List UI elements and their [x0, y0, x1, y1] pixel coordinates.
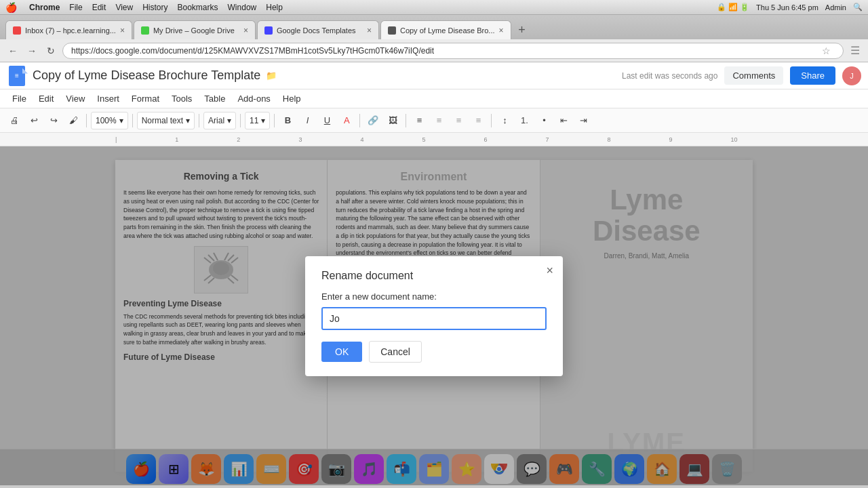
zoom-dropdown[interactable]: 100% ▾: [91, 112, 128, 129]
undo-button[interactable]: ↩: [25, 112, 43, 129]
bold-button[interactable]: B: [279, 112, 296, 129]
tab-3[interactable]: Google Docs Templates ×: [257, 20, 379, 39]
ol-button[interactable]: 1.: [515, 112, 533, 129]
tab-close-3[interactable]: ×: [367, 26, 372, 35]
style-value: Normal text: [142, 116, 183, 125]
menu-history[interactable]: History: [142, 3, 167, 12]
align-right-button[interactable]: ≡: [450, 112, 467, 129]
tab-close-2[interactable]: ×: [243, 26, 248, 35]
autosave-status: Last edit was seconds ago: [622, 71, 717, 81]
ul-button[interactable]: •: [535, 112, 553, 129]
align-justify-button[interactable]: ≡: [469, 112, 487, 129]
gdocs-menubar: File Edit View Insert Format Tools Table…: [0, 89, 868, 108]
menu-tools-docs[interactable]: Tools: [166, 92, 197, 106]
comments-button[interactable]: Comments: [724, 66, 783, 85]
link-button[interactable]: 🔗: [364, 112, 382, 129]
menu-table-docs[interactable]: Table: [199, 92, 231, 106]
gdocs-header: ≡ Copy of Lyme Disease Brochure Template…: [0, 62, 868, 89]
image-button[interactable]: 🖼: [384, 112, 401, 129]
separator-1: [86, 114, 87, 127]
indent-inc-button[interactable]: ⇥: [574, 112, 592, 129]
separator-3: [199, 114, 199, 127]
tab-close-1[interactable]: ×: [120, 26, 125, 35]
modal-close-button[interactable]: ×: [546, 264, 553, 277]
apple-menu[interactable]: 🍎: [5, 2, 17, 13]
tab-4[interactable]: Copy of Lyme Disease Bro... ×: [380, 20, 511, 39]
new-tab-button[interactable]: +: [513, 20, 532, 39]
tab-bar: Inbox (7) – hpc.e.learning... × My Drive…: [0, 15, 868, 39]
browser-menu-icon[interactable]: ☰: [848, 44, 863, 57]
menu-help[interactable]: Help: [266, 3, 283, 12]
bookmark-star-icon[interactable]: ☆: [818, 45, 835, 56]
redo-button[interactable]: ↪: [45, 112, 62, 129]
text-color-button[interactable]: A: [338, 112, 355, 129]
style-dropdown[interactable]: Normal text ▾: [137, 112, 195, 129]
menu-help-docs[interactable]: Help: [277, 92, 307, 106]
separator-4: [240, 114, 241, 127]
modal-cancel-button[interactable]: Cancel: [369, 341, 422, 363]
menu-chrome[interactable]: Chrome: [29, 3, 60, 12]
paint-format-button[interactable]: 🖌: [64, 112, 82, 129]
menu-window[interactable]: Window: [228, 3, 257, 12]
print-button[interactable]: 🖨: [5, 112, 23, 129]
line-spacing-button[interactable]: ↕: [496, 112, 513, 129]
menu-edit[interactable]: Edit: [92, 3, 106, 12]
modal-input[interactable]: [321, 307, 547, 330]
mac-topbar-right: 🔒 📶 🔋 Thu 5 Jun 6:45 pm Admin 🔍: [717, 3, 863, 12]
url-input[interactable]: https://docs.google.com/document/d/125KM…: [62, 43, 844, 59]
folder-icon[interactable]: 📁: [266, 70, 277, 81]
tab-favicon-3: [264, 26, 273, 35]
menu-bookmarks[interactable]: Bookmarks: [178, 3, 218, 12]
menu-view-docs[interactable]: View: [60, 92, 90, 106]
style-chevron: ▾: [186, 116, 190, 125]
align-center-button[interactable]: ≡: [430, 112, 448, 129]
gdocs-header-right: Last edit was seconds ago Comments Share…: [611, 66, 861, 85]
modal-ok-button[interactable]: OK: [321, 342, 362, 362]
tab-2[interactable]: My Drive – Google Drive ×: [134, 20, 256, 39]
size-chevron: ▾: [261, 116, 265, 125]
gdocs-container: ≡ Copy of Lyme Disease Brochure Template…: [0, 62, 868, 485]
underline-button[interactable]: U: [318, 112, 336, 129]
forward-button[interactable]: →: [24, 43, 39, 58]
mac-topbar: 🍎 Chrome File Edit View History Bookmark…: [0, 0, 868, 15]
italic-button[interactable]: I: [298, 112, 316, 129]
tab-title-1: Inbox (7) – hpc.e.learning...: [25, 26, 116, 35]
menu-insert-docs[interactable]: Insert: [92, 92, 125, 106]
modal-buttons: OK Cancel: [321, 341, 547, 363]
tab-favicon-4: [388, 26, 396, 35]
system-icons: 🔒 📶 🔋: [717, 3, 749, 12]
ruler: | 1 2 3 4 5 6 7 8 9 10: [0, 133, 868, 146]
url-text: https://docs.google.com/document/d/125KM…: [71, 46, 434, 56]
menu-view[interactable]: View: [115, 3, 133, 12]
font-chevron: ▾: [227, 116, 231, 125]
font-dropdown[interactable]: Arial ▾: [203, 112, 236, 129]
align-left-button[interactable]: ≡: [410, 112, 428, 129]
size-value: 11: [250, 116, 258, 125]
modal-label: Enter a new document name:: [321, 291, 547, 302]
menu-edit-docs[interactable]: Edit: [33, 92, 59, 106]
menu-format-docs[interactable]: Format: [126, 92, 165, 106]
doc-title[interactable]: Copy of Lyme Disease Brochure Template: [33, 68, 260, 83]
separator-2: [132, 114, 133, 127]
search-icon[interactable]: 🔍: [853, 3, 863, 12]
refresh-button[interactable]: ↻: [43, 43, 58, 58]
tab-favicon-2: [141, 26, 149, 35]
menu-file-docs[interactable]: File: [7, 92, 32, 106]
size-dropdown[interactable]: 11 ▾: [245, 112, 270, 129]
back-button[interactable]: ←: [5, 43, 20, 58]
user-avatar[interactable]: J: [842, 66, 861, 85]
share-button[interactable]: Share: [790, 66, 835, 85]
gdocs-logo-icon: ≡: [9, 66, 25, 86]
menu-file[interactable]: File: [69, 3, 82, 12]
indent-dec-button[interactable]: ⇤: [555, 112, 572, 129]
separator-8: [491, 114, 492, 127]
logo-lines: ≡: [15, 72, 19, 79]
tab-favicon-1: [13, 26, 21, 35]
tab-1[interactable]: Inbox (7) – hpc.e.learning... ×: [5, 20, 132, 39]
font-value: Arial: [208, 116, 224, 125]
tab-title-4: Copy of Lyme Disease Bro...: [400, 26, 495, 35]
modal-title: Rename document: [321, 270, 547, 282]
clock: Thu 5 Jun 6:45 pm: [756, 3, 818, 12]
tab-close-4[interactable]: ×: [499, 26, 504, 35]
menu-addons-docs[interactable]: Add-ons: [232, 92, 275, 106]
